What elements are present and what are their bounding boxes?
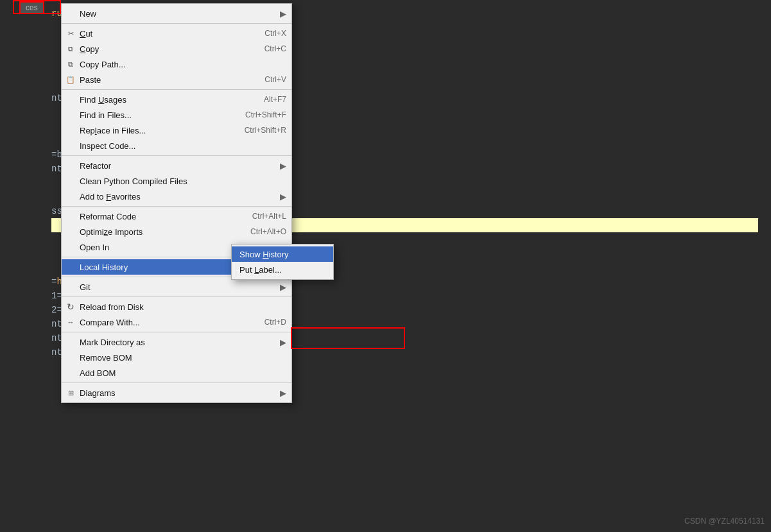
menu-separator [62,296,291,297]
menu-separator [62,206,291,207]
menu-item-removebom[interactable]: Remove BOM [62,350,291,365]
menu-item-reformatcode[interactable]: Reformat Code Ctrl+Alt+L [62,209,291,224]
diagrams-icon: ⊞ [64,389,77,397]
menu-item-findinfiles[interactable]: Find in Files... Ctrl+Shift+F [62,107,291,123]
menu-item-cut[interactable]: ✂ Cut Ctrl+X [62,26,291,41]
context-menu: New ▶ ✂ Cut Ctrl+X ⧉ Copy Ctrl+C ⧉ Copy … [61,3,292,403]
arrow-icon: ▶ [280,9,286,19]
menu-item-markdirectoryas[interactable]: Mark Directory as ▶ [62,334,291,350]
arrow-icon: ▶ [280,192,286,202]
arrow-icon: ▶ [280,161,286,171]
menu-separator [62,89,291,90]
submenu-item-putlabel[interactable]: Put Label... [232,262,333,277]
menu-separator [62,332,291,332]
arrow-icon: ▶ [280,388,286,398]
cut-icon: ✂ [64,30,77,38]
menu-item-replaceinfiles[interactable]: Replace in Files... Ctrl+Shift+R [62,123,291,138]
menu-item-inspectcode[interactable]: Inspect Code... [62,138,291,153]
menu-item-reloadfromdisk[interactable]: ↻ Reload from Disk [62,299,291,314]
menu-item-findusages[interactable]: Find Usages Alt+F7 [62,92,291,107]
reloadfromdisk-icon: ↻ [64,302,77,312]
menu-separator [62,155,291,156]
watermark: CSDN @YZL40514131 [684,517,765,526]
menu-separator [62,23,291,24]
paste-icon: 📋 [64,76,77,84]
arrow-icon: ▶ [280,338,286,347]
menu-item-addbom[interactable]: Add BOM [62,365,291,381]
menu-item-paste[interactable]: 📋 Paste Ctrl+V [62,72,291,87]
copypath-icon: ⧉ [64,60,77,69]
submenu-item-showhistory[interactable]: Show History [232,246,333,262]
menu-item-cleanpython[interactable]: Clean Python Compiled Files [62,173,291,189]
menu-item-comparewith[interactable]: ↔ Compare With... Ctrl+D [62,314,291,330]
menu-separator [62,382,291,383]
menu-item-git[interactable]: Git ▶ [62,279,291,295]
menu-item-copypath[interactable]: ⧉ Copy Path... [62,56,291,72]
menu-item-copy[interactable]: ⧉ Copy Ctrl+C [62,41,291,56]
menu-item-optimizeimports[interactable]: Optimize Imports Ctrl+Alt+O [62,224,291,239]
submenu-localhistory: Show History Put Label... [231,244,334,280]
menu-item-refactor[interactable]: Refactor ▶ [62,158,291,173]
menu-item-addtofavorites[interactable]: Add to Favorites ▶ [62,189,291,204]
arrow-icon: ▶ [280,282,286,292]
menu-item-new[interactable]: New ▶ [62,6,291,21]
comparewith-icon: ↔ [64,318,77,326]
copy-icon: ⧉ [64,45,77,53]
menu-item-diagrams[interactable]: ⊞ Diagrams ▶ [62,385,291,400]
tab-label[interactable]: ces [19,1,44,14]
